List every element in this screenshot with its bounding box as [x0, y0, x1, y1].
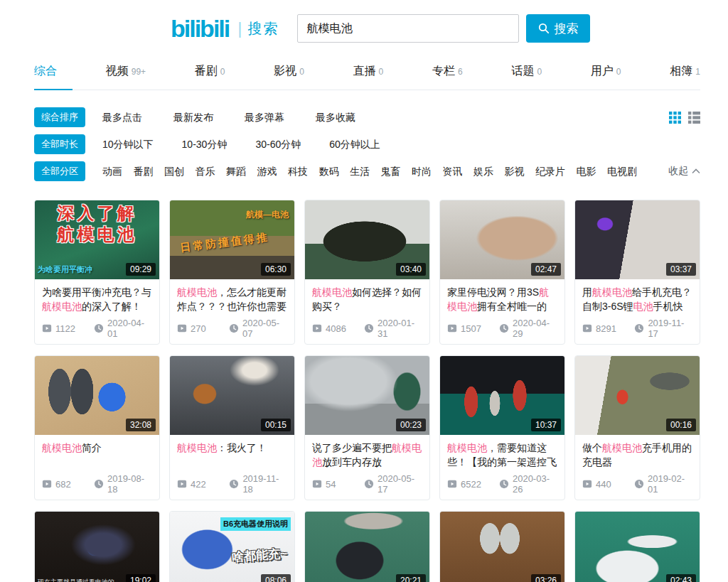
video-thumbnail[interactable]: 09:29 深入了解 航模电池为啥要用平衡冲: [35, 200, 159, 279]
list-view-icon[interactable]: [688, 112, 700, 124]
video-thumbnail[interactable]: 03:26: [440, 512, 564, 582]
video-card[interactable]: 06:30 航模—电池日常防撞值得推 航模电池，怎么才能更耐炸点？？？也许你也需…: [169, 200, 295, 345]
video-thumbnail[interactable]: 08:06 B6充电器使用说明啥都能充~: [170, 512, 294, 582]
video-title[interactable]: 为啥要用平衡冲充电？与航模电池的深入了解！: [42, 285, 152, 313]
video-card[interactable]: 02:43: [574, 511, 700, 582]
video-card[interactable]: 03:37 用航模电池给手机充电？自制3-6S锂电池手机快充器 8291: [574, 200, 700, 345]
video-title[interactable]: 航模电池简介: [42, 441, 152, 469]
thumbnail-overlay-text: 为啥要用平衡冲: [38, 264, 92, 275]
video-thumbnail[interactable]: 00:15: [170, 356, 294, 435]
uploader[interactable]: 北郊强哥: [447, 499, 557, 500]
uploader[interactable]: 甲壳虫FPV: [177, 343, 287, 345]
video-title[interactable]: 航模电池，需要知道这些！【我的第一架遥控飞机】第: [447, 441, 557, 469]
filter-option[interactable]: 国创: [164, 166, 184, 177]
video-card[interactable]: 03:26: [439, 511, 565, 582]
filter-option[interactable]: 生活: [350, 166, 370, 177]
grid-view-icon[interactable]: [669, 112, 681, 124]
filter-option[interactable]: 电视剧: [607, 166, 637, 177]
video-title[interactable]: 家里停电没网？用3S航模电池拥有全村唯一的WiFi: [447, 285, 557, 313]
filter-option[interactable]: 数码: [319, 166, 339, 177]
filter-option[interactable]: 时尚: [412, 166, 432, 177]
result-tab[interactable]: 影视 0: [274, 64, 304, 90]
video-card[interactable]: 32:08 航模电池简介 682: [34, 355, 160, 500]
filter-option[interactable]: 动画: [102, 166, 122, 177]
uploader[interactable]: 蔡子CaiZi: [447, 343, 557, 345]
video-thumbnail[interactable]: 03:37: [575, 200, 700, 279]
uploader[interactable]: 我是洪磷: [42, 499, 152, 500]
video-thumbnail[interactable]: 02:43: [575, 512, 700, 582]
filter-option[interactable]: 舞蹈: [226, 166, 246, 177]
uploader[interactable]: 一只飞手: [312, 499, 422, 500]
collapse-control[interactable]: 收起: [668, 165, 700, 178]
result-tab[interactable]: 话题 0: [511, 64, 542, 90]
filter-option[interactable]: 资讯: [443, 166, 463, 177]
uploader[interactable]: wolf_007: [582, 499, 692, 500]
filter-option[interactable]: 电影: [577, 166, 596, 177]
filter-option[interactable]: 10-30分钟: [182, 139, 228, 150]
video-thumbnail[interactable]: 00:23: [305, 356, 429, 435]
filter-option[interactable]: 鬼畜: [381, 166, 401, 177]
video-card[interactable]: 00:15 航模电池：我火了！ 422: [169, 355, 295, 500]
filter-option[interactable]: 娱乐: [473, 166, 493, 177]
result-tab[interactable]: 视频 99+: [106, 64, 146, 90]
filter-option[interactable]: 最多点击: [102, 112, 142, 123]
view-count-value: 440: [596, 479, 611, 490]
bilibili-logo[interactable]: bilibili: [171, 16, 229, 41]
video-title[interactable]: 做个航模电池充手机用的 充电器: [582, 441, 692, 469]
video-thumbnail[interactable]: 32:08: [35, 356, 159, 435]
video-thumbnail[interactable]: 10:37: [440, 356, 564, 435]
video-title[interactable]: 用航模电池给手机充电？自制3-6S锂电池手机快充器: [582, 285, 692, 313]
filter-option[interactable]: 番剧: [134, 166, 154, 177]
search-input[interactable]: [297, 14, 519, 43]
card-body: 为啥要用平衡冲充电？与航模电池的深入了解！ 1122: [35, 279, 159, 345]
filter-option[interactable]: 最多弹幕: [245, 112, 284, 123]
filter-option[interactable]: 影视: [505, 166, 525, 177]
result-tab[interactable]: 综合: [34, 64, 57, 90]
video-card[interactable]: 09:29 深入了解 航模电池为啥要用平衡冲 为啥要用平衡冲充电？与航模电池的深…: [34, 200, 160, 345]
duration-pill[interactable]: 全部时长: [34, 134, 85, 154]
filter-option[interactable]: 最新发布: [173, 112, 213, 123]
video-thumbnail[interactable]: 00:16: [575, 356, 700, 435]
video-card[interactable]: 00:23 说了多少遍不要把航模电池放到车内存放 54: [304, 355, 430, 500]
uploader-icon: [42, 344, 52, 345]
video-card[interactable]: 10:37 航模电池，需要知道这些！【我的第一架遥控飞机】第 6522: [439, 355, 565, 500]
filter-option[interactable]: 音乐: [196, 166, 215, 177]
view-count-value: 270: [191, 323, 206, 334]
uploader[interactable]: ZiiKor_fpv: [42, 343, 152, 345]
result-tab[interactable]: 用户 0: [591, 64, 621, 90]
video-thumbnail[interactable]: 20:21: [305, 512, 429, 582]
video-card[interactable]: 02:47 家里停电没网？用3S航模电池拥有全村唯一的WiFi 1507: [439, 200, 565, 345]
play-count-icon: [312, 323, 322, 333]
video-card[interactable]: 03:40 航模电池如何选择？如何购买？ 4086: [304, 200, 430, 345]
sort-pill[interactable]: 综合排序: [34, 107, 85, 127]
search-button[interactable]: 搜索: [526, 14, 590, 43]
category-pill[interactable]: 全部分区: [34, 161, 85, 181]
filter-option[interactable]: 游戏: [257, 166, 277, 177]
video-card[interactable]: 19:02 现在主要就是通过看电池的: [34, 511, 160, 582]
filter-option[interactable]: 纪录片: [535, 166, 565, 177]
filter-option[interactable]: 10分钟以下: [102, 139, 154, 150]
video-thumbnail[interactable]: 06:30 航模—电池日常防撞值得推: [170, 200, 294, 279]
uploader[interactable]: 天狼FPV-柚子BakerFPV: [177, 499, 287, 500]
uploader[interactable]: 魔界造物: [312, 343, 422, 345]
result-tab[interactable]: 相簿 1: [670, 64, 700, 90]
filter-option[interactable]: 30-60分钟: [255, 139, 301, 150]
result-tab[interactable]: 番剧 0: [195, 64, 225, 90]
video-thumbnail[interactable]: 19:02 现在主要就是通过看电池的: [35, 512, 159, 582]
video-title[interactable]: 航模电池，怎么才能更耐炸点？？？也许你也需要这样: [177, 285, 287, 313]
video-title[interactable]: 航模电池如何选择？如何购买？: [312, 285, 422, 313]
result-tab[interactable]: 直播 0: [353, 64, 384, 90]
video-card[interactable]: 08:06 B6充电器使用说明啥都能充~: [169, 511, 295, 582]
video-title[interactable]: 说了多少遍不要把航模电池放到车内存放: [312, 441, 422, 469]
upload-date-value: 2020-01-31: [378, 318, 422, 339]
filter-option[interactable]: 科技: [288, 166, 308, 177]
video-thumbnail[interactable]: 02:47: [440, 200, 564, 279]
result-tab[interactable]: 专栏 6: [432, 64, 463, 90]
video-card[interactable]: 00:16 做个航模电池充手机用的 充电器 440: [574, 355, 700, 500]
video-card[interactable]: 20:21: [304, 511, 430, 582]
video-title[interactable]: 航模电池：我火了！: [177, 441, 287, 469]
filter-option[interactable]: 60分钟以上: [329, 139, 380, 150]
video-thumbnail[interactable]: 03:40: [305, 200, 429, 279]
filter-option[interactable]: 最多收藏: [316, 112, 355, 123]
uploader[interactable]: 科技DOT: [582, 343, 692, 345]
